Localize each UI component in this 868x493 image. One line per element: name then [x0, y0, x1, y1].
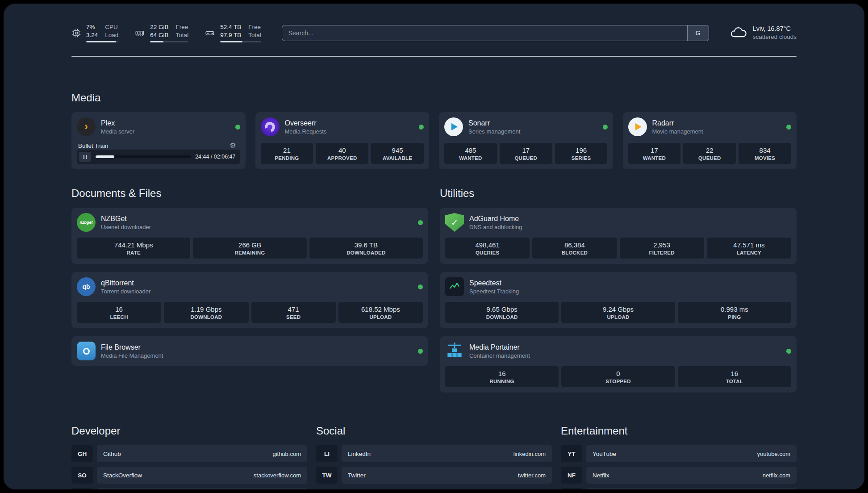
weather-location: Lviv, 16.87°C [753, 25, 797, 33]
service-subtitle: Speedtest Tracking [469, 288, 791, 295]
bookmark-link-dev[interactable]: DEV dev.to [97, 488, 307, 489]
service-name: Radarr [652, 119, 781, 127]
stat-box: 618.52 Mbps UPLOAD [338, 302, 423, 323]
section-title-entertainment: Entertainment [561, 425, 797, 437]
bookmark-link-github[interactable]: Github github.com [97, 445, 307, 462]
radarr-icon [628, 117, 647, 136]
service-subtitle: Container management [469, 352, 781, 359]
weather-condition: scattered clouds [753, 33, 797, 41]
section-utilities: Utilities ✓ AdGuard Home DNS and adblock… [440, 187, 797, 393]
overseerr-icon [261, 117, 280, 136]
bookmark-row: NF Netflix netflix.com [561, 467, 797, 484]
disk-bar [220, 41, 261, 42]
cpu-usage-value: 7% [86, 23, 98, 31]
bookmark-row: GH Github github.com [71, 445, 307, 462]
service-subtitle: Media Requests [285, 128, 414, 135]
stat-box: 9.24 Gbps UPLOAD [561, 302, 675, 323]
section-title-developer: Developer [71, 425, 307, 437]
cpu-metric: 7% 3.24 CPU Load [71, 23, 118, 42]
service-name: Speedtest [469, 279, 791, 287]
bookmark-link-youtube[interactable]: YouTube youtube.com [586, 445, 797, 462]
hard-drive-icon [204, 28, 215, 38]
now-playing-title: Bullet Train [78, 142, 108, 149]
section-title-social: Social [316, 425, 552, 437]
status-indicator [418, 349, 423, 354]
bookmark-link-twitter[interactable]: Twitter twitter.com [342, 467, 552, 484]
service-subtitle: Media File Management [101, 352, 413, 359]
gear-icon[interactable]: ⚙ [227, 142, 238, 150]
bookmark-link-netflix[interactable]: Netflix netflix.com [586, 467, 797, 484]
bookmark-link-stackoverflow[interactable]: StackOverflow stackoverflow.com [97, 467, 307, 484]
section-title-utilities: Utilities [440, 187, 797, 200]
sonarr-icon [444, 117, 463, 136]
stat-box: 196 SERIES [555, 143, 608, 164]
service-subtitle: DNS and adblocking [469, 224, 791, 230]
status-indicator [786, 125, 791, 130]
search-provider-button[interactable]: G [687, 25, 709, 41]
service-subtitle: Usenet downloader [101, 224, 413, 230]
section-title-media: Media [71, 92, 797, 104]
service-subtitle: Movie management [652, 128, 781, 135]
playback-time: 24:44 / 02:06:47 [195, 154, 235, 160]
pause-button[interactable] [79, 152, 91, 162]
section-media: Media › Plex Media server [71, 92, 797, 169]
stat-box: 498,461 QUERIES [445, 238, 530, 259]
bookmark-row: RE Reddit reddit.com [561, 488, 797, 489]
status-indicator [418, 284, 423, 289]
status-indicator [419, 125, 424, 130]
stat-box: 9.65 Gbps DOWNLOAD [445, 302, 559, 323]
service-card-radarr[interactable]: Radarr Movie management 17 WANTED 22 QUE… [623, 112, 797, 169]
service-name: AdGuard Home [469, 215, 791, 223]
disk-free-label: Free [248, 23, 261, 31]
bookmark-link-linkedin[interactable]: LinkedIn linkedin.com [342, 445, 552, 462]
bookmark-link-reddit[interactable]: Reddit reddit.com [586, 488, 797, 489]
service-name: Overseerr [285, 119, 414, 127]
service-card-portainer[interactable]: Media Portainer Container management 16 … [440, 336, 797, 393]
stat-box: 21 PENDING [261, 143, 313, 164]
stat-box: 945 AVAILABLE [371, 143, 424, 164]
bookmarks: Developer GH Github github.com SO StackO… [71, 425, 797, 489]
search-bar[interactable]: G [282, 25, 709, 41]
load-label: Load [105, 31, 118, 39]
system-metrics: 7% 3.24 CPU Load [71, 23, 261, 42]
bookmark-row: LI LinkedIn linkedin.com [316, 445, 552, 462]
memory-free-value: 22 GiB [150, 23, 168, 31]
stat-box: 0.993 ms PING [678, 302, 791, 323]
service-subtitle: Media server [101, 128, 230, 135]
memory-bar [150, 41, 188, 42]
service-card-adguard[interactable]: ✓ AdGuard Home DNS and adblocking 498,46… [440, 208, 797, 264]
stat-box: 266 GB REMAINING [193, 238, 306, 259]
service-card-overseerr[interactable]: Overseerr Media Requests 21 PENDING 40 A… [255, 112, 430, 169]
portainer-crane-icon [445, 342, 464, 360]
service-card-qbittorrent[interactable]: qb qBittorrent Torrent downloader 16 [71, 272, 428, 328]
playback-progress[interactable] [96, 155, 191, 158]
plex-player-bar: 24:44 / 02:06:47 [77, 150, 240, 164]
bookmark-abbr: SO [71, 467, 93, 484]
service-card-filebrowser[interactable]: File Browser Media File Management [71, 336, 428, 366]
cpu-load-value: 3.24 [86, 31, 98, 39]
search-input[interactable] [282, 25, 687, 41]
service-card-speedtest[interactable]: Speedtest Speedtest Tracking 9.65 Gbps D… [440, 272, 797, 328]
disk-bar-fill [220, 41, 242, 42]
bookmark-group-social: Social LI LinkedIn linkedin.com TW Twitt… [316, 425, 552, 489]
service-name: File Browser [101, 343, 413, 351]
section-title-documents: Documents & Files [71, 187, 428, 200]
bookmark-group-entertainment: Entertainment YT YouTube youtube.com NF … [561, 425, 797, 489]
playback-progress-fill [96, 155, 114, 158]
memory-total-label: Total [176, 31, 189, 39]
stat-box: 16 LEECH [77, 302, 161, 323]
stat-box: 40 APPROVED [316, 143, 368, 164]
stat-box: 39.6 TB DOWNLOADED [309, 238, 423, 259]
stat-box: 744.21 Mbps RATE [77, 238, 190, 259]
section-documents: Documents & Files nzbget NZBGet Usenet d… [71, 187, 428, 393]
stat-box: 22 QUEUED [683, 143, 736, 164]
stat-box: 485 WANTED [444, 143, 497, 164]
service-name: Media Portainer [469, 343, 781, 351]
cpu-bar [86, 41, 118, 42]
service-card-sonarr[interactable]: Sonarr Series management 485 WANTED 17 Q… [439, 112, 613, 169]
status-indicator [786, 349, 791, 354]
service-card-nzbget[interactable]: nzbget NZBGet Usenet downloader 744.21 M… [71, 208, 428, 264]
bookmark-row: SO StackOverflow stackoverflow.com [71, 467, 307, 484]
bookmark-row: YT YouTube youtube.com [561, 445, 797, 462]
service-card-plex[interactable]: › Plex Media server Bullet Train ⚙ [71, 112, 246, 169]
